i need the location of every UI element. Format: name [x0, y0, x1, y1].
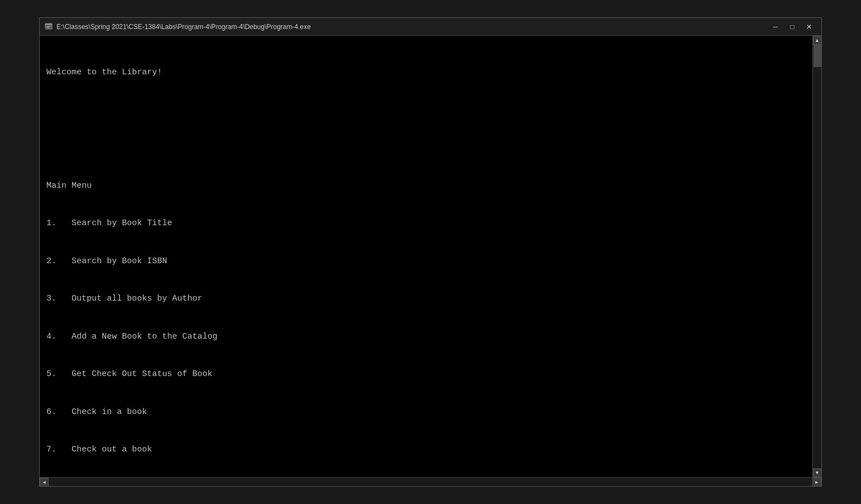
svg-rect-3 — [46, 27, 49, 28]
terminal-output[interactable]: Welcome to the Library! Main Menu 1. Sea… — [40, 36, 812, 477]
menu-item-3: 3. Output all books by Author — [46, 293, 806, 306]
console-window: E:\Classes\Spring 2021\CSE-1384\Labs\Pro… — [39, 17, 822, 487]
menu-item-2: 2. Search by Book ISBN — [46, 255, 806, 268]
horizontal-scrollbar: ◄ ► — [40, 477, 821, 486]
welcome-line: Welcome to the Library! — [46, 66, 806, 79]
scroll-left-button[interactable]: ◄ — [40, 478, 49, 487]
blank-line-1 — [46, 104, 806, 117]
h-scrollbar-track[interactable] — [49, 478, 812, 486]
title-bar: E:\Classes\Spring 2021\CSE-1384\Labs\Pro… — [40, 18, 821, 36]
svg-rect-2 — [46, 26, 51, 27]
scroll-down-button[interactable]: ▼ — [813, 468, 822, 477]
scroll-up-button[interactable]: ▲ — [813, 36, 822, 45]
menu-item-4: 4. Add a New Book to the Catalog — [46, 331, 806, 344]
window-body: Welcome to the Library! Main Menu 1. Sea… — [40, 36, 821, 477]
window-controls: ─ □ ✕ — [768, 21, 817, 32]
menu-item-7: 7. Check out a book — [46, 444, 806, 457]
close-button[interactable]: ✕ — [801, 21, 817, 32]
menu-item-1: 1. Search by Book Title — [46, 217, 806, 230]
svg-rect-1 — [45, 23, 52, 25]
vertical-scrollbar: ▲ ▼ — [812, 36, 821, 477]
main-menu-label: Main Menu — [46, 180, 806, 193]
scroll-right-button[interactable]: ► — [812, 478, 821, 487]
menu-item-5: 5. Get Check Out Status of Book — [46, 368, 806, 381]
maximize-button[interactable]: □ — [784, 21, 800, 32]
menu-item-6: 6. Check in a book — [46, 406, 806, 419]
minimize-button[interactable]: ─ — [768, 21, 783, 32]
blank-line-2 — [46, 142, 806, 155]
window-title: E:\Classes\Spring 2021\CSE-1384\Labs\Pro… — [56, 23, 768, 31]
window-icon — [44, 22, 53, 31]
scrollbar-thumb[interactable] — [813, 45, 821, 67]
scrollbar-track[interactable] — [813, 45, 821, 468]
